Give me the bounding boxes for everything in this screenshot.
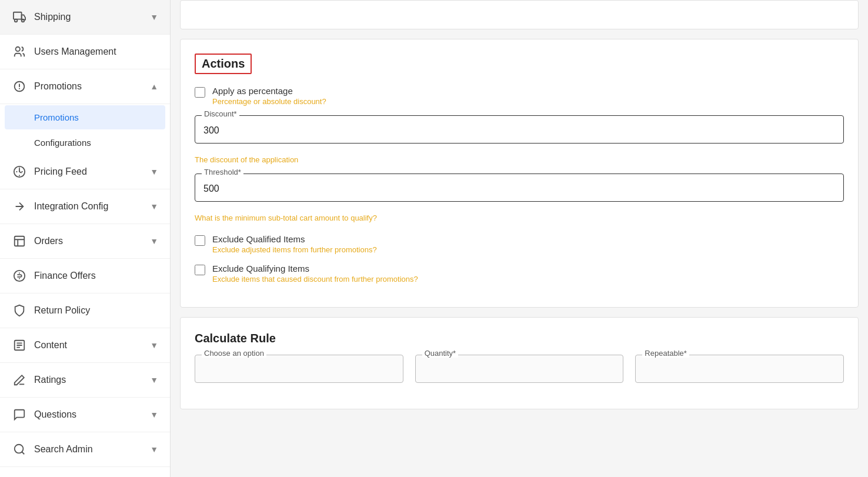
sidebar-item-promotions-label: Promotions: [34, 81, 82, 92]
calculate-rule-row: Choose an option Quantity* Repeatable*: [195, 355, 844, 395]
questions-icon: [12, 407, 27, 422]
sidebar-item-promotions[interactable]: Promotions ▲: [0, 69, 170, 104]
exclude-qualified-checkbox[interactable]: [195, 235, 205, 246]
discount-label: Discount*: [202, 109, 239, 118]
sidebar-item-return-label: Return Policy: [34, 305, 90, 316]
return-policy-icon: [12, 303, 27, 318]
actions-card: Actions Apply as percentage Percentage o…: [180, 39, 859, 308]
chevron-down-icon-6: ▼: [150, 375, 158, 385]
sidebar-item-search-admin-label: Search Admin: [34, 444, 93, 455]
repeatable-label: Repeatable*: [642, 349, 689, 358]
exclude-qualified-row: Exclude Qualified Items Exclude adjusted…: [195, 234, 844, 254]
threshold-hint: What is the minimum sub-total cart amoun…: [195, 214, 844, 222]
orders-icon: [12, 234, 27, 249]
choose-option-field: Choose an option: [195, 355, 403, 395]
sidebar-sub-item-promotions[interactable]: Promotions: [5, 105, 165, 129]
sidebar-item-pricing-feed[interactable]: Pricing Feed ▼: [0, 155, 170, 189]
content-icon: [12, 338, 27, 353]
finance-icon: [12, 268, 27, 283]
exclude-qualified-hint: Exclude adjusted items from further prom…: [212, 245, 377, 254]
quantity-field: Quantity*: [415, 355, 624, 395]
search-admin-icon: [12, 442, 27, 457]
chevron-down-icon: ▼: [150, 12, 158, 22]
exclude-qualifying-row: Exclude Qualifying Items Exclude items t…: [195, 263, 844, 283]
svg-point-1: [15, 19, 18, 22]
svg-point-8: [15, 445, 24, 453]
sidebar-item-search-admin[interactable]: Search Admin ▼: [0, 432, 170, 467]
users-icon: [12, 44, 27, 59]
integration-icon: [12, 199, 27, 214]
sidebar-item-orders-label: Orders: [34, 236, 63, 246]
threshold-input[interactable]: [195, 174, 844, 202]
svg-rect-5: [15, 236, 25, 246]
choose-option-input[interactable]: [195, 355, 403, 383]
discount-field-group: Discount*: [195, 115, 844, 144]
exclude-qualifying-label: Exclude Qualifying Items: [212, 263, 418, 273]
sidebar-item-content-label: Content: [34, 340, 67, 351]
chevron-down-icon-8: ▼: [150, 445, 158, 454]
sidebar-item-users-management[interactable]: Users Management: [0, 35, 170, 69]
sidebar-item-finance-label: Finance Offers: [34, 271, 96, 281]
sidebar-item-users-label: Users Management: [34, 46, 116, 57]
chevron-down-icon-4: ▼: [150, 236, 158, 246]
apply-as-percentage-hint: Percentage or absolute discount?: [212, 97, 326, 106]
exclude-qualifying-checkbox[interactable]: [195, 265, 205, 275]
apply-as-percentage-label: Apply as percentage: [212, 86, 326, 96]
threshold-label: Threshold*: [202, 168, 243, 176]
main-content: Actions Apply as percentage Percentage o…: [171, 0, 868, 477]
promotions-icon: [12, 79, 27, 94]
sidebar-item-ratings-label: Ratings: [34, 375, 66, 385]
sidebar-sub-item-configurations[interactable]: Configurations: [0, 131, 170, 155]
sidebar-item-shipping[interactable]: Shipping ▼: [0, 0, 170, 35]
quantity-group: Quantity*: [415, 355, 624, 383]
quantity-input[interactable]: [415, 355, 624, 383]
sidebar-item-shipping-label: Shipping: [34, 12, 71, 22]
apply-as-percentage-checkbox[interactable]: [195, 87, 205, 98]
quantity-label: Quantity*: [422, 349, 458, 358]
chevron-down-icon-2: ▼: [150, 167, 158, 176]
sidebar-item-questions-label: Questions: [34, 409, 76, 420]
chevron-down-icon-7: ▼: [150, 410, 158, 419]
sidebar-item-integration-config[interactable]: Integration Config ▼: [0, 189, 170, 224]
exclude-qualifying-hint: Exclude items that caused discount from …: [212, 275, 418, 283]
svg-point-6: [14, 271, 25, 281]
pricing-feed-icon: [12, 164, 27, 179]
sidebar-item-content[interactable]: Content ▼: [0, 328, 170, 363]
sidebar-item-finance-offers[interactable]: Finance Offers: [0, 259, 170, 293]
exclude-qualified-label: Exclude Qualified Items: [212, 234, 377, 244]
threshold-field-group: Threshold*: [195, 174, 844, 202]
actions-title: Actions: [195, 54, 252, 74]
ratings-icon: [12, 372, 27, 388]
sidebar-item-integration-label: Integration Config: [34, 201, 108, 212]
calculate-rule-title: Calculate Rule: [195, 332, 844, 345]
shipping-icon: [12, 9, 27, 25]
sidebar-item-orders[interactable]: Orders ▼: [0, 224, 170, 259]
repeatable-group: Repeatable*: [635, 355, 844, 383]
svg-rect-0: [14, 12, 22, 19]
sidebar-item-return-policy[interactable]: Return Policy: [0, 293, 170, 328]
top-card: [180, 0, 859, 29]
calculate-rule-card: Calculate Rule Choose an option Quantity…: [180, 317, 859, 409]
chevron-up-icon: ▲: [150, 82, 158, 91]
repeatable-input[interactable]: [635, 355, 844, 383]
sidebar-sub-promotions-label: Promotions: [34, 112, 79, 122]
chevron-down-icon-3: ▼: [150, 202, 158, 211]
svg-point-2: [22, 19, 25, 22]
chevron-down-icon-5: ▼: [150, 341, 158, 350]
sidebar: Shipping ▼ Users Management Promotions ▲…: [0, 0, 171, 477]
sidebar-item-questions[interactable]: Questions ▼: [0, 398, 170, 432]
sidebar-sub-configurations-label: Configurations: [34, 138, 91, 148]
discount-input[interactable]: [195, 115, 844, 144]
discount-hint: The discount of the application: [195, 155, 844, 164]
repeatable-field: Repeatable*: [635, 355, 844, 395]
choose-option-group: Choose an option: [195, 355, 403, 383]
sidebar-item-ratings[interactable]: Ratings ▼: [0, 363, 170, 398]
choose-option-label: Choose an option: [202, 349, 266, 358]
svg-point-3: [16, 47, 20, 51]
sidebar-item-pricing-feed-label: Pricing Feed: [34, 166, 87, 177]
apply-as-percentage-row: Apply as percentage Percentage or absolu…: [195, 86, 844, 106]
